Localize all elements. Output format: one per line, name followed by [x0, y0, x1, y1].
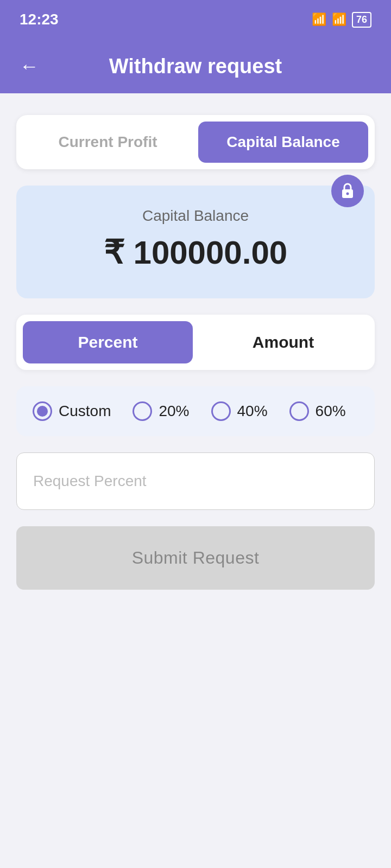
balance-amount: ₹ 100000.00	[38, 233, 353, 271]
status-bar: 12:23 📶 📶 76	[0, 0, 391, 39]
submit-request-button[interactable]: Submit Request	[16, 526, 375, 590]
balance-label: Capital Balance	[38, 207, 353, 225]
radio-options: Custom 20% 40% 60%	[16, 386, 375, 436]
wifi-icon: 📶	[312, 12, 326, 27]
main-content: Current Profit Capital Balance Capital B…	[0, 93, 391, 611]
radio-40-circle	[211, 401, 231, 421]
status-time: 12:23	[20, 11, 59, 28]
radio-60-label: 60%	[316, 403, 346, 420]
header: ← Withdraw request	[0, 39, 391, 93]
tab-capital-balance[interactable]: Capital Balance	[198, 122, 368, 163]
radio-20-circle	[133, 401, 152, 421]
status-icons: 📶 📶 76	[312, 12, 371, 28]
toggle-percent[interactable]: Percent	[23, 321, 193, 363]
balance-card: Capital Balance ₹ 100000.00	[16, 186, 375, 298]
radio-40-label: 40%	[237, 403, 268, 420]
lock-icon	[331, 175, 364, 207]
back-button[interactable]: ←	[20, 55, 39, 78]
request-percent-input[interactable]	[16, 452, 375, 510]
toggle-row: Percent Amount	[16, 315, 375, 370]
radio-20[interactable]: 20%	[133, 401, 189, 421]
tab-switcher: Current Profit Capital Balance	[16, 115, 375, 169]
svg-point-1	[346, 193, 349, 195]
radio-custom-circle	[33, 401, 52, 421]
radio-60-circle	[289, 401, 309, 421]
signal-icon: 📶	[332, 12, 346, 27]
page-title: Withdraw request	[109, 55, 282, 78]
battery-icon: 76	[352, 12, 371, 28]
radio-20-label: 20%	[159, 403, 189, 420]
radio-custom-label: Custom	[59, 403, 111, 420]
radio-60[interactable]: 60%	[289, 401, 346, 421]
tab-current-profit[interactable]: Current Profit	[23, 122, 193, 163]
radio-40[interactable]: 40%	[211, 401, 268, 421]
radio-custom[interactable]: Custom	[33, 401, 111, 421]
toggle-amount[interactable]: Amount	[198, 321, 368, 363]
